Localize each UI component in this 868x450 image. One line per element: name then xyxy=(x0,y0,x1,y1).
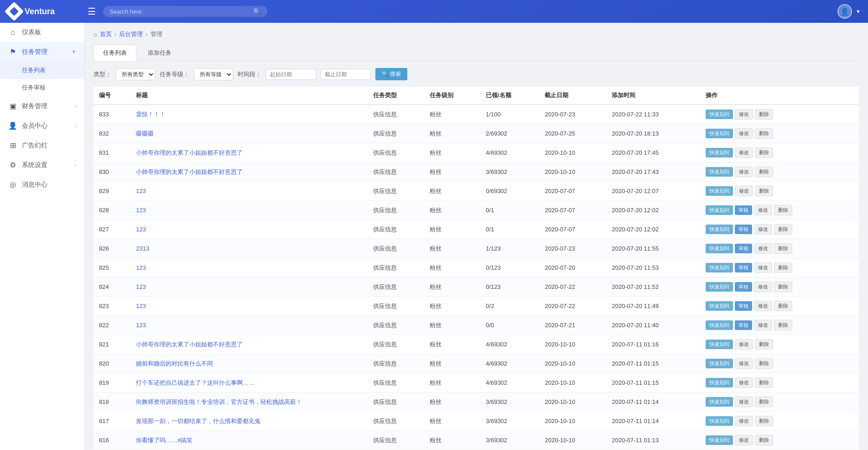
delete-btn[interactable]: 删除 xyxy=(755,416,773,426)
breadcrumb-backend-link[interactable]: 后台管理 xyxy=(119,30,143,38)
col-type: 任务类型 xyxy=(368,87,424,105)
edit-btn[interactable]: 修改 xyxy=(735,186,753,196)
sidebar-item-task-list[interactable]: 任务列表 xyxy=(0,62,84,79)
edit-btn[interactable]: 修改 xyxy=(735,128,753,139)
fast-btn[interactable]: 快速划到 xyxy=(706,129,733,138)
delete-btn[interactable]: 删除 xyxy=(755,128,773,139)
delete-btn[interactable]: 删除 xyxy=(755,109,773,120)
breadcrumb-home-link[interactable]: 首页 xyxy=(100,30,112,38)
cell-type: 供应信息 xyxy=(368,335,424,354)
edit-btn[interactable]: 修改 xyxy=(735,397,753,407)
type-filter-select[interactable]: 所有类型 供应信息 xyxy=(116,68,155,80)
edit-btn[interactable]: 修改 xyxy=(735,339,753,350)
sidebar-item-task-audit[interactable]: 任务审核 xyxy=(0,79,84,96)
sidebar-item-message-center[interactable]: ◎ 消息中心 xyxy=(0,175,84,194)
edit-btn[interactable]: 修改 xyxy=(735,167,753,177)
search-input[interactable] xyxy=(109,8,249,15)
fast-btn[interactable]: 快速划到 xyxy=(706,301,733,311)
delete-btn[interactable]: 删除 xyxy=(755,147,773,158)
delete-btn[interactable]: 删除 xyxy=(774,224,792,235)
sidebar-item-task-mgmt[interactable]: ⚑ 任务管理 ▼ xyxy=(0,42,84,62)
search-submit-button[interactable]: 🔍 xyxy=(253,8,261,15)
fast-btn[interactable]: 快速划到 xyxy=(706,397,733,407)
sidebar-item-member-center[interactable]: 👤 会员中心 › xyxy=(0,116,84,136)
fast-btn[interactable]: 快速划到 xyxy=(706,340,733,349)
fast-btn[interactable]: 快速划到 xyxy=(706,244,733,253)
audit-btn[interactable]: 审核 xyxy=(735,225,752,234)
cell-addtime: 2020-07-20 17:43 xyxy=(606,162,700,182)
fast-btn[interactable]: 快速划到 xyxy=(706,435,733,445)
fast-btn[interactable]: 快速划到 xyxy=(706,263,733,272)
delete-btn[interactable]: 删除 xyxy=(774,243,792,254)
edit-btn[interactable]: 修改 xyxy=(735,416,753,426)
edit-btn[interactable]: 修改 xyxy=(754,301,772,311)
cell-level: 粉丝 xyxy=(424,105,480,124)
delete-btn[interactable]: 删除 xyxy=(755,397,773,407)
hamburger-button[interactable]: ☰ xyxy=(88,6,96,17)
audit-btn[interactable]: 审核 xyxy=(735,301,752,311)
edit-btn[interactable]: 修改 xyxy=(735,147,753,158)
task-mgmt-icon: ⚑ xyxy=(8,47,17,56)
delete-btn[interactable]: 删除 xyxy=(755,339,773,350)
fast-btn[interactable]: 快速划到 xyxy=(706,359,733,368)
delete-btn[interactable]: 删除 xyxy=(755,377,773,388)
delete-btn[interactable]: 删除 xyxy=(755,358,773,369)
end-date-input[interactable] xyxy=(321,69,371,80)
delete-btn[interactable]: 删除 xyxy=(774,205,792,215)
fast-btn[interactable]: 快速划到 xyxy=(706,225,733,234)
avatar-dropdown-arrow[interactable]: ▼ xyxy=(856,9,861,14)
table-row: 818 街舞师资培训班招生啦！专业培训，官方证书，轻松挑战高薪！ 供应信息 粉丝… xyxy=(94,392,859,412)
delete-btn[interactable]: 删除 xyxy=(755,186,773,196)
fast-btn[interactable]: 快速划到 xyxy=(706,378,733,387)
edit-btn[interactable]: 修改 xyxy=(735,358,753,369)
fast-btn[interactable]: 快速划到 xyxy=(706,205,733,215)
table-row: 827 123 供应信息 粉丝 0/1 2020-07-07 2020-07-2… xyxy=(94,220,859,239)
delete-btn[interactable]: 删除 xyxy=(774,320,792,330)
audit-btn[interactable]: 审核 xyxy=(735,244,752,253)
edit-btn[interactable]: 修改 xyxy=(754,262,772,273)
cell-quota: 4/69302 xyxy=(480,354,539,373)
edit-btn[interactable]: 修改 xyxy=(754,224,772,235)
start-date-input[interactable] xyxy=(266,69,316,80)
edit-btn[interactable]: 修改 xyxy=(754,205,772,215)
cell-actions: 快速划到审核修改删除 xyxy=(700,201,859,220)
audit-btn[interactable]: 审核 xyxy=(735,320,752,330)
sidebar-item-finance-mgmt[interactable]: ▣ 财务管理 › xyxy=(0,96,84,116)
sidebar-item-dashboard[interactable]: ⌂ 仪表板 xyxy=(0,23,84,42)
audit-btn[interactable]: 审核 xyxy=(735,263,752,272)
edit-btn[interactable]: 修改 xyxy=(754,282,772,292)
fast-btn[interactable]: 快速划到 xyxy=(706,110,733,119)
cell-actions: 快速划到审核修改删除 xyxy=(700,277,859,297)
edit-btn[interactable]: 修改 xyxy=(735,377,753,388)
delete-btn[interactable]: 删除 xyxy=(774,262,792,273)
fast-btn[interactable]: 快速划到 xyxy=(706,186,733,196)
sidebar-item-system-settings[interactable]: ⚙ 系统设置 › xyxy=(0,155,84,175)
cell-quota: 0/2 xyxy=(480,297,539,316)
fast-btn[interactable]: 快速划到 xyxy=(706,416,733,426)
table-row: 833 震惊！！！ 供应信息 粉丝 1/100 2020-07-23 2020-… xyxy=(94,105,859,124)
cell-deadline: 2020-07-21 xyxy=(539,316,606,335)
tab-add-task[interactable]: 添加任务 xyxy=(138,45,181,61)
edit-btn[interactable]: 修改 xyxy=(754,243,772,254)
audit-btn[interactable]: 审核 xyxy=(735,205,752,215)
level-filter-select[interactable]: 所有等级 粉丝 xyxy=(194,68,233,80)
tab-task-list[interactable]: 任务列表 xyxy=(94,45,136,61)
avatar-button[interactable]: 👤 xyxy=(837,4,852,19)
fast-btn[interactable]: 快速划到 xyxy=(706,282,733,292)
delete-btn[interactable]: 删除 xyxy=(774,301,792,311)
fast-btn[interactable]: 快速划到 xyxy=(706,148,733,157)
edit-btn[interactable]: 修改 xyxy=(735,109,753,120)
top-nav: Ventura ☰ 🔍 👤 ▼ xyxy=(0,0,868,23)
sidebar-item-ad-carousel[interactable]: ⊞ 广告幻灯 xyxy=(0,136,84,155)
fast-btn[interactable]: 快速划到 xyxy=(706,167,733,177)
search-button[interactable]: 🔍 搜索 xyxy=(375,68,407,80)
delete-btn[interactable]: 删除 xyxy=(755,167,773,177)
delete-btn[interactable]: 删除 xyxy=(755,435,773,445)
fast-btn[interactable]: 快速划到 xyxy=(706,320,733,330)
edit-btn[interactable]: 修改 xyxy=(754,320,772,330)
delete-btn[interactable]: 删除 xyxy=(774,282,792,292)
edit-btn[interactable]: 修改 xyxy=(735,435,753,445)
action-group: 快速划到修改删除 xyxy=(706,186,853,196)
audit-btn[interactable]: 审核 xyxy=(735,282,752,292)
cell-actions: 快速划到审核修改删除 xyxy=(700,258,859,277)
